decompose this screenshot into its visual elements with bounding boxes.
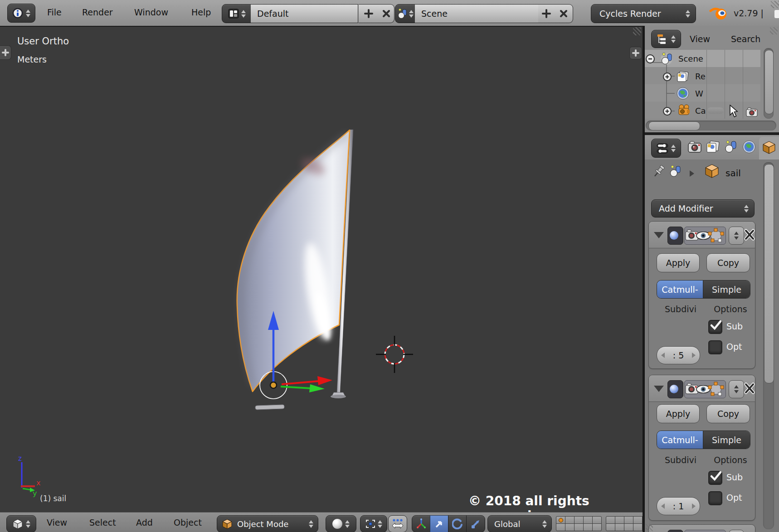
collapse-icon[interactable]	[646, 54, 655, 63]
camera-restrict-icon[interactable]	[746, 107, 758, 117]
axes-tripod-button[interactable]	[412, 515, 431, 532]
layer-cell[interactable]	[624, 524, 633, 531]
tab-scene-icon[interactable]	[724, 140, 738, 154]
add-modifier-dropdown[interactable]: Add Modifier	[651, 199, 755, 218]
editor-type-selector[interactable]	[7, 4, 35, 23]
layer-cell[interactable]	[615, 524, 624, 531]
boom-object[interactable]	[255, 405, 284, 410]
layer-cell[interactable]	[556, 524, 565, 531]
layer-cell[interactable]	[606, 524, 615, 531]
move-down-icon[interactable]	[734, 237, 739, 240]
stepper-left-icon[interactable]	[661, 353, 665, 358]
corner-grip[interactable]	[646, 524, 653, 531]
toolshelf-expand-tab[interactable]	[0, 45, 11, 60]
mode-dropdown[interactable]: Object Mode	[217, 515, 318, 532]
add-scene-button[interactable]	[538, 4, 555, 23]
corner-grip[interactable]	[770, 27, 778, 34]
stepper-left-icon[interactable]	[661, 503, 665, 509]
orientation-dropdown[interactable]: Global	[487, 515, 552, 532]
simple-option[interactable]: Simple	[703, 431, 750, 449]
editmode-icon[interactable]	[708, 228, 724, 242]
outliner-menu-search[interactable]: Search	[731, 34, 760, 44]
collapse-triangle-icon[interactable]	[654, 386, 664, 392]
layer-cell[interactable]	[606, 517, 615, 523]
translate-manipulator-button[interactable]	[430, 515, 449, 532]
manipulator-toggle[interactable]	[388, 515, 407, 532]
delete-scene-button[interactable]	[555, 4, 573, 23]
optimal-display-checkbox[interactable]	[708, 340, 722, 354]
outliner-item-scene[interactable]: Scene	[678, 54, 703, 63]
layer-cell[interactable]	[593, 524, 601, 531]
layer-cell[interactable]	[565, 524, 574, 531]
pin-icon[interactable]	[652, 163, 666, 179]
editor-type-selector[interactable]	[651, 139, 681, 158]
scale-manipulator-button[interactable]	[466, 515, 485, 532]
layer-cell[interactable]	[593, 517, 601, 523]
scene-type-button[interactable]	[395, 4, 416, 23]
rotate-manipulator-button[interactable]	[448, 515, 467, 532]
apply-button[interactable]: Apply	[657, 404, 700, 423]
tab-render-layers-icon[interactable]	[706, 140, 720, 154]
menu-help[interactable]: Help	[191, 7, 211, 17]
editor-type-selector[interactable]	[6, 515, 36, 532]
scene-icon[interactable]	[669, 165, 682, 179]
layer-cell[interactable]	[575, 524, 583, 531]
modifier-header[interactable]	[649, 375, 755, 402]
outliner-item-world[interactable]: W	[695, 89, 703, 98]
delete-modifier-icon[interactable]	[744, 229, 755, 241]
layer-buttons-left[interactable]	[556, 516, 602, 531]
move-updown-buttons[interactable]	[729, 227, 744, 245]
object-cube-icon[interactable]	[705, 164, 719, 178]
layer-cell[interactable]	[633, 517, 642, 523]
delete-layout-button[interactable]	[379, 4, 394, 23]
expand-icon[interactable]	[663, 107, 672, 116]
tab-world-icon[interactable]	[742, 140, 756, 154]
outliner-hscroll-handle[interactable]	[648, 121, 700, 131]
layout-type-button[interactable]	[222, 4, 252, 23]
delete-modifier-icon[interactable]	[744, 382, 755, 394]
modifier-panel-clipped[interactable]	[648, 524, 755, 532]
cursor-3d[interactable]	[376, 336, 413, 373]
view-subdivisions-stepper[interactable]: : 5	[657, 346, 700, 364]
layer-cell[interactable]	[615, 517, 624, 523]
menu-object[interactable]: Object	[174, 517, 202, 527]
corner-grip[interactable]	[633, 27, 641, 35]
editor-type-selector[interactable]	[651, 30, 681, 48]
add-layout-button[interactable]	[359, 4, 379, 23]
menu-add[interactable]: Add	[136, 517, 153, 527]
layer-cell[interactable]	[584, 524, 592, 531]
corner-grip[interactable]	[771, 1, 779, 8]
layer-cell[interactable]	[575, 517, 583, 523]
layer-1-active[interactable]	[556, 517, 565, 523]
sail-object[interactable]	[237, 130, 350, 392]
view-subdivisions-stepper[interactable]: : 1	[657, 497, 700, 515]
outliner-item-camera[interactable]: Ca	[695, 106, 706, 116]
catmull-clark-option[interactable]: Catmull-	[657, 431, 703, 449]
layer-cell[interactable]	[584, 517, 592, 523]
expand-icon[interactable]	[663, 73, 672, 81]
shading-dropdown[interactable]	[326, 515, 356, 532]
layer-cell[interactable]	[565, 517, 574, 523]
editmode-icon[interactable]	[708, 382, 724, 396]
layer-cell[interactable]	[624, 517, 633, 523]
sidebar-expand-tab[interactable]	[629, 47, 642, 59]
move-updown-buttons[interactable]	[729, 530, 744, 532]
move-up-icon[interactable]	[734, 232, 739, 235]
menu-window[interactable]: Window	[134, 7, 168, 17]
subsurf-uv-checkbox[interactable]	[708, 320, 722, 334]
move-down-icon[interactable]	[734, 390, 739, 393]
move-updown-buttons[interactable]	[729, 380, 744, 398]
menu-view[interactable]: View	[47, 517, 67, 527]
copy-button[interactable]: Copy	[706, 404, 750, 423]
collapse-triangle-icon[interactable]	[654, 232, 664, 238]
menu-render[interactable]: Render	[82, 7, 113, 17]
tab-object-active[interactable]	[759, 137, 779, 160]
optimal-display-checkbox[interactable]	[708, 491, 722, 505]
menu-file[interactable]: File	[47, 7, 62, 17]
stepper-right-icon[interactable]	[692, 503, 696, 509]
apply-button[interactable]: Apply	[657, 253, 700, 272]
simple-option[interactable]: Simple	[703, 281, 750, 298]
modifier-header[interactable]	[649, 222, 755, 248]
subsurf-uv-checkbox[interactable]	[708, 471, 722, 485]
copy-button[interactable]: Copy	[706, 253, 750, 272]
